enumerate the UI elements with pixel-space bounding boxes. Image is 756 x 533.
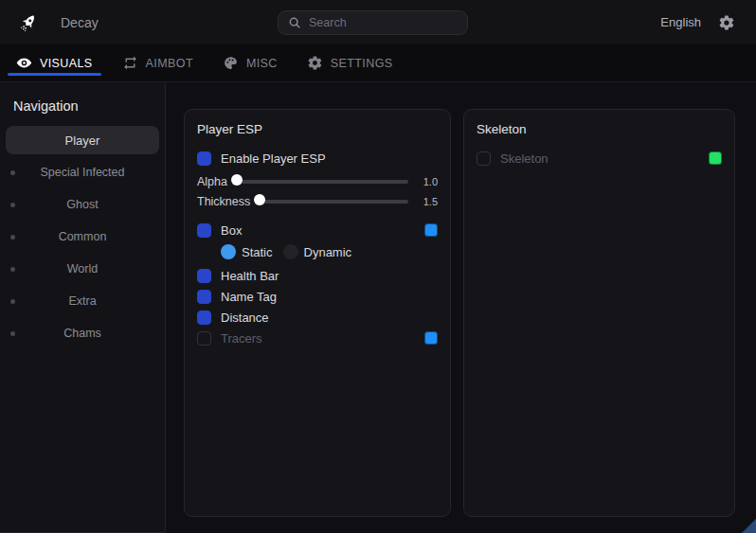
window-resize-grip[interactable] (742, 519, 756, 533)
bullet-dot (10, 170, 15, 175)
language-selector[interactable]: English (660, 15, 701, 29)
checkbox-label: Enable Player ESP (221, 151, 326, 166)
static-radio[interactable] (221, 244, 236, 259)
checkbox-label: Tracers (221, 331, 262, 346)
bullet-dot (10, 235, 15, 240)
alpha-slider[interactable] (237, 180, 408, 184)
tab-misc[interactable]: MISC (214, 44, 286, 81)
sidebar-item-chams[interactable]: Chams (6, 319, 159, 347)
dynamic-radio[interactable] (283, 244, 298, 259)
box-mode-radio-group: Static Dynamic (221, 243, 438, 260)
panel-title: Player ESP (197, 122, 438, 136)
radio-label: Static (242, 245, 273, 259)
rocket-logo-icon (17, 11, 40, 34)
slider-value: 1.5 (417, 196, 438, 207)
panel-title: Skeleton (477, 122, 722, 136)
slider-label: Thickness (197, 195, 250, 208)
gear-icon (307, 55, 323, 71)
tab-label: VISUALS (40, 57, 93, 70)
tab-label: AIMBOT (146, 57, 193, 70)
repeat-icon (122, 55, 138, 71)
palette-icon (223, 55, 239, 71)
titlebar: Decay Search English (0, 0, 756, 44)
app-title: Decay (61, 15, 99, 30)
thickness-slider-row: Thickness 1.5 (197, 195, 438, 208)
search-icon (288, 16, 301, 29)
checkbox-label: Name Tag (221, 290, 277, 304)
bullet-dot (10, 203, 15, 207)
slider-thumb[interactable] (254, 194, 265, 205)
skeleton-color-swatch[interactable] (709, 151, 722, 165)
skeleton-panel: Skeleton Skeleton (463, 109, 735, 517)
sidebar-item-common[interactable]: Common (6, 222, 159, 251)
sidebar-item-ghost[interactable]: Ghost (6, 190, 159, 219)
search-input[interactable]: Search (278, 10, 468, 35)
slider-label: Alpha (197, 175, 227, 188)
tracers-checkbox[interactable] (197, 331, 211, 346)
tab-settings[interactable]: SETTINGS (298, 44, 402, 81)
bullet-dot (10, 331, 15, 336)
name-tag-checkbox[interactable] (197, 290, 211, 304)
tab-bar: VISUALS AIMBOT MISC (0, 44, 756, 82)
skeleton-checkbox[interactable] (477, 151, 491, 166)
checkbox-label: Skeleton (500, 151, 549, 166)
checkbox-label: Distance (221, 311, 269, 325)
sidebar-item-special-infected[interactable]: Special Infected (6, 158, 159, 187)
radio-label: Dynamic (304, 245, 352, 259)
enable-player-esp-checkbox[interactable] (197, 151, 211, 166)
player-esp-panel: Player ESP Enable Player ESP Alpha 1.0 (184, 109, 451, 517)
thickness-slider[interactable] (260, 200, 408, 204)
tab-label: SETTINGS (331, 57, 393, 70)
eye-icon (16, 55, 32, 71)
distance-checkbox[interactable] (197, 311, 211, 325)
tracers-color-swatch[interactable] (424, 331, 438, 345)
sidebar-item-world[interactable]: World (6, 255, 159, 283)
search-placeholder: Search (309, 16, 347, 29)
tab-aimbot[interactable]: AIMBOT (114, 44, 202, 81)
alpha-slider-row: Alpha 1.0 (197, 175, 438, 188)
sidebar-item-extra[interactable]: Extra (6, 287, 159, 315)
checkbox-label: Health Bar (221, 269, 279, 283)
main-content: Player ESP Enable Player ESP Alpha 1.0 (166, 82, 756, 532)
sidebar-title: Navigation (0, 82, 165, 126)
slider-value: 1.0 (417, 176, 438, 187)
bullet-dot (10, 299, 15, 304)
tab-visuals[interactable]: VISUALS (8, 44, 101, 81)
sidebar-item-player[interactable]: Player (6, 126, 159, 154)
navigation-sidebar: Navigation Player Special Infected Ghost… (0, 82, 166, 532)
health-bar-checkbox[interactable] (197, 269, 211, 283)
tab-label: MISC (246, 57, 278, 70)
box-checkbox[interactable] (197, 223, 211, 238)
bullet-dot (10, 267, 15, 272)
box-color-swatch[interactable] (424, 223, 438, 237)
checkbox-label: Box (221, 223, 242, 238)
decay-window: Decay Search English VISU (0, 0, 756, 533)
app-settings-gear-icon[interactable] (718, 14, 735, 31)
slider-thumb[interactable] (231, 174, 243, 186)
